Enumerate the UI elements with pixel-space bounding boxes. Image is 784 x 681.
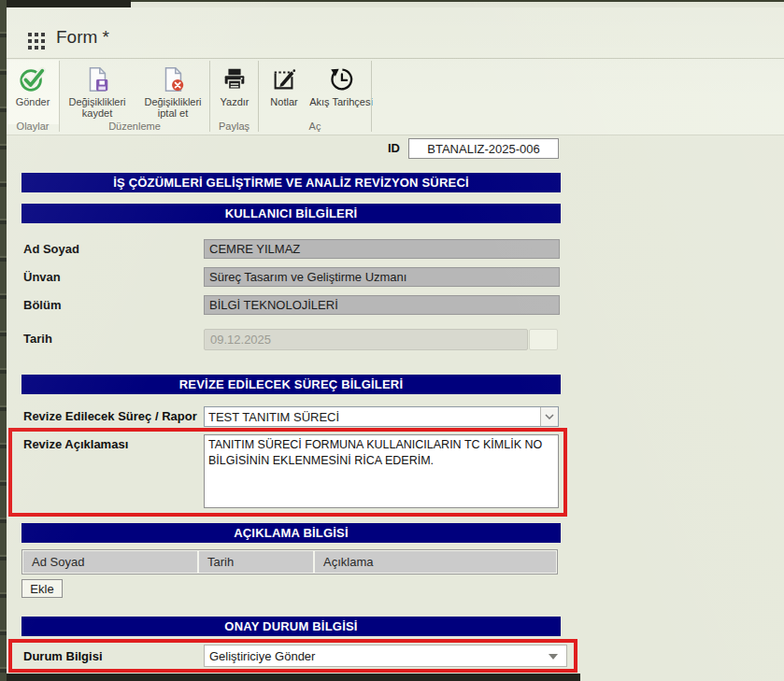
notes-button[interactable]: Notlar (259, 64, 309, 107)
column-header-ad-soyad: Ad Soyad (23, 551, 197, 573)
description-textarea[interactable]: TANITIM SÜRECİ FORMUNA KULLANICILARIN TC… (204, 434, 559, 508)
print-button[interactable]: Yazdır (210, 64, 259, 107)
notes-icon (269, 64, 299, 94)
tarih-label: Tarih (23, 332, 52, 346)
dropdown-triangle-icon (549, 654, 558, 660)
ad-soyad-field: CEMRE YILMAZ (204, 239, 560, 259)
tarih-field: 09.12.2025 (204, 329, 528, 350)
ribbon-toolbar: Gönder Değişiklikleri kaydet (7, 58, 784, 135)
comment-header-bar: AÇIKLAMA BİLGİSİ (21, 523, 561, 543)
group-label-ac: Aç (259, 121, 371, 132)
bolum-label: Bölüm (23, 298, 61, 312)
approval-header-bar: ONAY DURUM BİLGİSİ (21, 617, 561, 636)
form-main-title-bar: İŞ ÇÖZÜMLERİ GELİŞTİRME VE ANALİZ REVİZY… (21, 173, 561, 192)
app-grid-icon[interactable] (28, 33, 45, 50)
flow-history-button[interactable]: Akış Tarihçesi (309, 64, 373, 107)
unvan-field: Süreç Tasarım ve Geliştirme Uzmanı (204, 267, 560, 287)
status-select-label: Durum Bilgisi (23, 649, 103, 663)
group-label-duzenleme: Düzenleme (60, 121, 209, 132)
group-label-paylas: Paylaş (210, 121, 258, 132)
save-changes-button[interactable]: Değişiklikleri kaydet (59, 64, 135, 119)
history-icon (326, 64, 356, 94)
status-select[interactable]: Geliştiriciye Gönder (204, 645, 567, 667)
left-window-edge (0, 0, 7, 681)
window-bottom-edge (0, 674, 580, 681)
column-header-tarih: Tarih (199, 551, 313, 573)
printer-icon (220, 64, 249, 94)
process-select[interactable]: TEST TANITIM SÜRECİ (204, 406, 559, 427)
comment-table: Ad Soyad Tarih Açıklama (21, 549, 558, 575)
form-window: Form * Gönder (0, 0, 784, 681)
date-picker-button[interactable] (529, 329, 558, 350)
toolbar-separator (371, 61, 372, 132)
unvan-label: Ünvan (23, 270, 61, 284)
process-select-value: TEST TANITIM SÜRECİ (208, 410, 339, 424)
cancel-changes-button[interactable]: Değişiklikleri iptal et (135, 64, 210, 119)
column-header-aciklama: Açıklama (315, 551, 556, 573)
send-check-icon (18, 64, 48, 94)
bolum-field: BİLGİ TEKNOLOJİLERİ (204, 295, 560, 315)
cancel-changes-icon (158, 64, 188, 94)
status-select-value: Geliştiriciye Gönder (209, 649, 315, 663)
ad-soyad-label: Ad Soyad (23, 242, 79, 256)
description-label: Revize Açıklaması (23, 437, 128, 451)
send-button[interactable]: Gönder (7, 64, 59, 107)
revision-header-bar: REVİZE EDİLECEK SÜREÇ BİLGİLERİ (21, 375, 561, 394)
user-info-header-bar: KULLANICI BİLGİLERİ (21, 204, 561, 223)
title-bar: Form * (7, 7, 784, 58)
add-row-button[interactable]: Ekle (21, 579, 63, 598)
window-title: Form * (56, 27, 109, 48)
save-changes-icon (82, 64, 112, 94)
group-label-olaylar: Olaylar (7, 121, 59, 132)
process-select-label: Revize Edilecek Süreç / Rapor (23, 409, 197, 423)
chevron-down-icon[interactable] (540, 407, 558, 426)
id-field: BTANALIZ-2025-006 (408, 138, 559, 159)
window-top-left-edge (0, 0, 131, 7)
id-label: ID (388, 141, 400, 155)
